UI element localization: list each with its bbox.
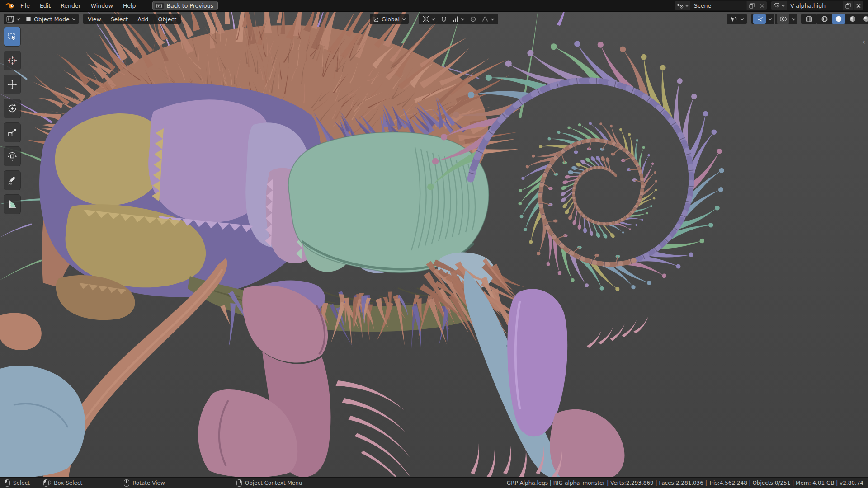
overlays-icon xyxy=(779,16,787,22)
menu-render[interactable]: Render xyxy=(56,0,86,11)
editor-type-selector[interactable] xyxy=(4,14,23,24)
snap-increment-icon xyxy=(452,16,459,23)
magnet-icon xyxy=(440,16,447,23)
menu-help[interactable]: Help xyxy=(118,0,141,11)
show-gizmos-toggle[interactable] xyxy=(753,14,766,24)
menu-view[interactable]: View xyxy=(84,16,105,23)
transform-icon xyxy=(7,151,17,161)
object-mode-icon xyxy=(25,16,32,22)
move-icon xyxy=(7,80,17,89)
hint-rotate-view-label: Rotate View xyxy=(132,480,165,486)
scene-icon[interactable] xyxy=(675,1,690,10)
tool-measure[interactable] xyxy=(4,195,20,214)
tool-select-box[interactable] xyxy=(4,27,20,46)
tool-scale[interactable] xyxy=(4,123,20,142)
hint-rotate-view: Rotate View xyxy=(124,479,165,487)
rotate-icon xyxy=(7,103,17,113)
shading-material-button[interactable] xyxy=(846,14,859,24)
chevron-down-icon xyxy=(685,4,689,8)
hint-box-select-label: Box Select xyxy=(54,480,82,486)
sidebar-toggle-arrow[interactable]: ‹ xyxy=(863,38,865,46)
hint-select-label: Select xyxy=(13,480,30,486)
mouse-middle-icon xyxy=(124,479,129,487)
tool-shelf xyxy=(4,27,20,214)
shading-wireframe-icon xyxy=(821,15,828,23)
back-to-previous-button[interactable]: Back to Previous xyxy=(152,1,218,10)
annotate-icon xyxy=(7,175,17,185)
falloff-icon xyxy=(481,16,489,22)
shading-rendered-button[interactable] xyxy=(860,14,868,24)
pivot-icon xyxy=(422,15,429,23)
view-layer-icon[interactable] xyxy=(771,1,787,10)
scene-statistics: GRP-Alpha.legs | RIG-alpha_monster | Ver… xyxy=(507,480,863,486)
tool-transform[interactable] xyxy=(4,147,20,166)
viewport-menus: View Select Add Object xyxy=(83,14,181,24)
chevron-down-icon xyxy=(792,17,796,21)
viewport-3d-scene[interactable] xyxy=(0,12,868,477)
pivot-point-dropdown[interactable] xyxy=(421,14,436,24)
chevron-down-icon xyxy=(16,17,20,21)
shading-mode-group xyxy=(816,14,868,24)
mouse-right-icon xyxy=(236,479,242,487)
snap-toggle[interactable] xyxy=(439,14,448,24)
tool-annotate[interactable] xyxy=(4,171,20,190)
visibility-icon xyxy=(730,16,738,23)
mouse-left-drag-icon xyxy=(43,479,49,487)
menu-window[interactable]: Window xyxy=(86,0,118,11)
menu-add[interactable]: Add xyxy=(134,16,152,23)
hint-box-select: Box Select xyxy=(43,479,82,487)
tool-rotate[interactable] xyxy=(4,99,20,118)
back-button-label: Back to Previous xyxy=(166,2,213,9)
xray-toggle[interactable] xyxy=(801,14,816,24)
chevron-down-icon xyxy=(781,4,785,8)
view-layer-delete-button[interactable] xyxy=(853,1,863,10)
view-layer-copy-button[interactable] xyxy=(843,1,853,10)
mode-selector[interactable]: Object Mode xyxy=(23,14,79,24)
proportional-falloff-dropdown[interactable] xyxy=(481,14,495,24)
scene-delete-button[interactable] xyxy=(757,1,767,10)
show-overlays-toggle[interactable] xyxy=(777,14,789,24)
xray-icon xyxy=(806,16,812,23)
chevron-down-icon xyxy=(431,17,435,21)
cursor-icon xyxy=(7,56,17,66)
overlays-group xyxy=(775,14,797,24)
hint-context-menu-label: Object Context Menu xyxy=(245,480,302,486)
transform-orientation-dropdown[interactable]: Global xyxy=(370,14,409,24)
scene-name-field[interactable]: Scene xyxy=(690,1,746,10)
hint-select: Select xyxy=(5,479,30,487)
orientation-icon xyxy=(373,16,379,23)
object-visibility-dropdown[interactable] xyxy=(727,14,747,24)
menu-select[interactable]: Select xyxy=(107,16,132,23)
proportional-editing-toggle[interactable] xyxy=(469,14,477,24)
select-box-icon xyxy=(7,32,17,41)
scene-selector[interactable]: Scene xyxy=(675,1,767,10)
proportional-icon xyxy=(470,16,476,23)
view-layer-name-field[interactable]: V-alpha.high xyxy=(787,1,843,10)
menu-file[interactable]: File xyxy=(15,0,35,11)
tool-cursor[interactable] xyxy=(4,51,20,70)
chevron-down-icon xyxy=(768,17,772,21)
snap-settings-dropdown[interactable] xyxy=(451,14,466,24)
status-bar: Select Box Select Rotate View Object Con… xyxy=(0,477,868,488)
menu-edit[interactable]: Edit xyxy=(35,0,56,11)
menu-object[interactable]: Object xyxy=(154,16,180,23)
measure-icon xyxy=(7,199,17,209)
gizmos-group xyxy=(751,14,774,24)
orientation-label: Global xyxy=(382,16,400,23)
shading-wireframe-button[interactable] xyxy=(818,14,831,24)
viewport-3d[interactable]: Object Mode View Select Add Object Globa… xyxy=(0,12,868,477)
chevron-down-icon xyxy=(491,17,495,21)
view-layer-selector[interactable]: V-alpha.high xyxy=(771,1,863,10)
tool-move[interactable] xyxy=(4,75,20,94)
gizmo-icon xyxy=(756,15,763,23)
shading-solid-button[interactable] xyxy=(832,14,845,24)
shading-solid-icon xyxy=(835,15,842,23)
hint-context-menu: Object Context Menu xyxy=(236,479,302,487)
editor-type-icon xyxy=(6,16,14,23)
mouse-left-icon xyxy=(5,479,10,487)
topbar-right: Scene V-alpha.high xyxy=(675,1,863,10)
blender-logo-icon[interactable] xyxy=(5,2,15,9)
chevron-down-icon xyxy=(402,17,406,21)
scene-copy-button[interactable] xyxy=(746,1,757,10)
chevron-down-icon xyxy=(461,17,465,21)
